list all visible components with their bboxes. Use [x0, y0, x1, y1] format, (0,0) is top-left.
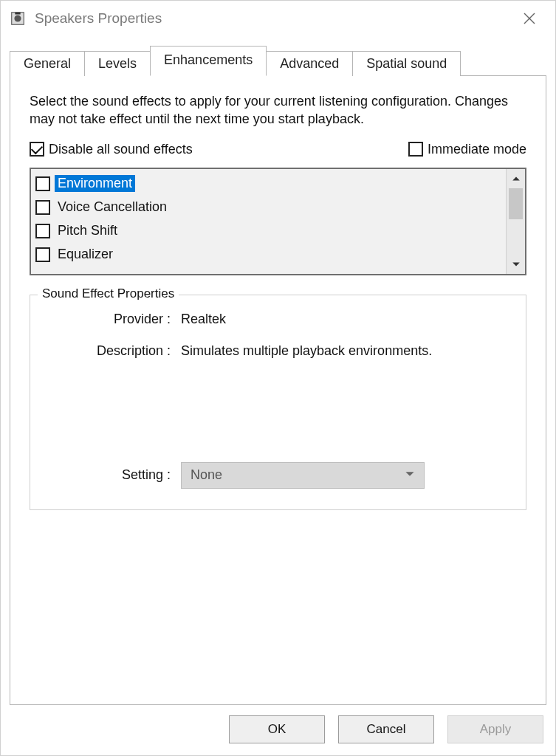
effect-checkbox[interactable] — [35, 200, 50, 215]
close-button[interactable] — [512, 7, 546, 30]
immediate-mode-checkbox[interactable] — [408, 142, 423, 157]
effect-checkbox[interactable] — [35, 176, 50, 191]
top-checkbox-row: Disable all sound effects Immediate mode — [30, 142, 526, 157]
description-row: Description : Simulates multiple playbac… — [48, 343, 508, 359]
svg-point-1 — [14, 15, 21, 21]
tab-advanced[interactable]: Advanced — [266, 51, 353, 76]
chevron-down-icon — [405, 467, 415, 483]
provider-value: Realtek — [181, 312, 508, 327]
listbox-scrollbar[interactable] — [506, 169, 525, 274]
effects-listbox[interactable]: Environment Voice Cancellation Pitch Shi… — [30, 168, 526, 275]
immediate-mode-label[interactable]: Immediate mode — [428, 142, 526, 157]
scroll-down-button[interactable] — [507, 255, 526, 274]
tab-enhancements[interactable]: Enhancements — [150, 46, 267, 76]
window-title: Speakers Properties — [35, 10, 162, 27]
list-item[interactable]: Voice Cancellation — [35, 196, 501, 219]
list-item[interactable]: Equalizer — [35, 243, 501, 267]
setting-select[interactable]: None — [181, 462, 425, 489]
close-icon — [524, 13, 535, 24]
scroll-thumb[interactable] — [509, 188, 523, 219]
setting-row: Setting : None — [48, 462, 508, 489]
tab-panel-enhancements: Select the sound effects to apply for yo… — [10, 75, 546, 705]
chevron-up-icon — [512, 174, 521, 183]
client-area: General Levels Enhancements Advanced Spa… — [1, 36, 555, 705]
scroll-up-button[interactable] — [507, 169, 526, 188]
provider-label: Provider : — [48, 312, 181, 327]
effect-label: Equalizer — [55, 246, 116, 263]
list-item[interactable]: Environment — [35, 172, 501, 196]
disable-all-label[interactable]: Disable all sound effects — [49, 142, 193, 157]
ok-button[interactable]: OK — [229, 715, 325, 743]
effects-items: Environment Voice Cancellation Pitch Shi… — [31, 169, 506, 274]
titlebar: Speakers Properties — [1, 1, 555, 36]
scroll-track[interactable] — [507, 188, 525, 255]
list-item[interactable]: Pitch Shift — [35, 219, 501, 243]
instructions-text: Select the sound effects to apply for yo… — [30, 92, 526, 128]
effect-label: Environment — [55, 175, 135, 192]
effect-label: Voice Cancellation — [55, 199, 170, 216]
effect-checkbox[interactable] — [35, 224, 50, 238]
description-label: Description : — [48, 343, 181, 359]
setting-label: Setting : — [48, 467, 181, 483]
tabstrip: General Levels Enhancements Advanced Spa… — [10, 45, 546, 75]
effect-checkbox[interactable] — [35, 247, 50, 262]
tab-spatial-sound[interactable]: Spatial sound — [352, 51, 461, 76]
sound-effect-properties-group: Sound Effect Properties Provider : Realt… — [30, 295, 526, 510]
description-value: Simulates multiple playback environments… — [181, 343, 508, 359]
properties-window: Speakers Properties General Levels Enhan… — [0, 0, 556, 756]
effect-label: Pitch Shift — [55, 222, 120, 239]
cancel-button[interactable]: Cancel — [338, 715, 434, 743]
tab-levels[interactable]: Levels — [84, 51, 151, 76]
groupbox-legend: Sound Effect Properties — [38, 286, 179, 301]
apply-button[interactable]: Apply — [447, 715, 543, 743]
provider-row: Provider : Realtek — [48, 312, 508, 327]
svg-rect-2 — [15, 13, 20, 15]
disable-all-checkbox[interactable] — [30, 142, 44, 157]
setting-value: None — [191, 467, 222, 483]
dialog-buttons: OK Cancel Apply — [1, 705, 555, 755]
tab-general[interactable]: General — [10, 51, 85, 76]
speaker-icon — [10, 10, 26, 27]
chevron-down-icon — [512, 260, 521, 269]
